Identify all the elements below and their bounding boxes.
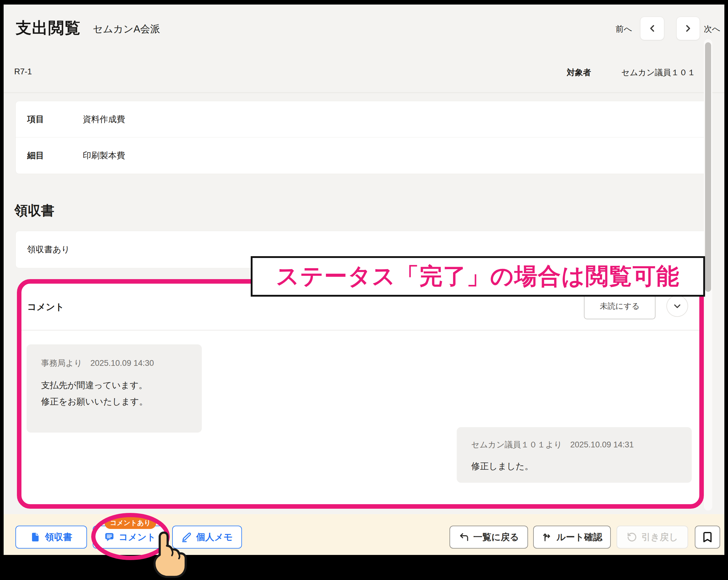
comment-author-timestamp: セムカン議員１０１より 2025.10.09 14:31 (471, 439, 634, 450)
scrollbar-thumb[interactable] (705, 42, 711, 292)
comment-bubble-office: 事務局より 2025.10.09 14:30 支払先が間違っています。 修正をお… (27, 344, 202, 432)
comment-text-line: 支払先が間違っています。 (41, 379, 148, 392)
collapse-comments-button[interactable] (667, 295, 688, 317)
annotation-text: ステータス「完了」の場合は閲覧可能 (276, 261, 680, 292)
comment-author-timestamp: 事務局より 2025.10.09 14:30 (41, 358, 154, 369)
back-to-list-button[interactable]: 一覧に戻る (449, 526, 528, 549)
header-divider (4, 93, 724, 93)
route-check-button[interactable]: ルート確認 (533, 526, 611, 549)
prev-button[interactable] (640, 17, 664, 40)
comment-button[interactable]: コメント (93, 526, 167, 549)
receipt-button[interactable]: 領収書 (16, 526, 87, 549)
comment-icon (104, 532, 115, 543)
comment-text-line: 修正をお願いいたします。 (41, 396, 148, 408)
chevron-right-icon (683, 23, 694, 34)
comment-exists-badge: コメントあり (105, 517, 156, 529)
target-person-value: セムカン議員１０１ (621, 67, 696, 78)
comment-text-line: 修正しました。 (471, 460, 534, 472)
personal-memo-button[interactable]: 個人メモ (172, 526, 242, 549)
chevron-left-icon (647, 23, 658, 34)
receipt-button-label: 領収書 (45, 531, 72, 544)
next-button[interactable] (676, 17, 700, 40)
subitem-value: 印刷製本費 (83, 150, 125, 161)
annotation-callout: ステータス「完了」の場合は閲覧可能 (251, 256, 705, 297)
comment-button-label: コメント (119, 531, 156, 544)
memo-button-label: 個人メモ (196, 531, 233, 544)
expense-detail-card: 項目 資料作成費 細目 印刷製本費 (16, 101, 709, 174)
receipt-section-heading: 領収書 (15, 202, 54, 220)
comment-header-divider (22, 330, 699, 331)
subitem-label: 細目 (27, 150, 83, 161)
faction-name: セムカンA会派 (93, 22, 160, 36)
mark-unread-button[interactable]: 未読にする (584, 293, 655, 319)
page-title: 支出閲覧 (16, 18, 81, 39)
route-icon (542, 532, 552, 543)
screenshot-root: 支出閲覧 セムカンA会派 前へ 次へ R7-1 対象者 セムカン議員１０１ 項目… (0, 0, 728, 580)
chevron-down-icon (672, 301, 682, 311)
pullback-button-label: 引き戻し (641, 531, 678, 544)
return-arrow-icon (459, 532, 469, 543)
route-button-label: ルート確認 (556, 531, 602, 544)
document-icon (30, 532, 41, 543)
receipt-status-text: 領収書あり (27, 244, 70, 255)
target-person-label: 対象者 (567, 67, 591, 78)
detail-row-subitem: 細目 印刷製本費 (16, 137, 709, 174)
rotate-ccw-icon (626, 532, 638, 543)
next-label: 次へ (704, 24, 721, 34)
fiscal-period: R7-1 (14, 67, 32, 76)
back-button-label: 一覧に戻る (473, 531, 519, 544)
detail-row-item: 項目 資料作成費 (16, 101, 709, 137)
pull-back-button: 引き戻し (617, 526, 688, 549)
bookmark-button[interactable] (695, 526, 720, 549)
pencil-icon (181, 532, 192, 543)
prev-label: 前へ (616, 24, 632, 34)
comment-bubble-member: セムカン議員１０１より 2025.10.09 14:31 修正しました。 (457, 427, 692, 483)
comment-section-heading: コメント (27, 301, 64, 313)
bookmark-icon (701, 531, 713, 543)
item-value: 資料作成費 (83, 113, 125, 125)
item-label: 項目 (27, 113, 83, 125)
